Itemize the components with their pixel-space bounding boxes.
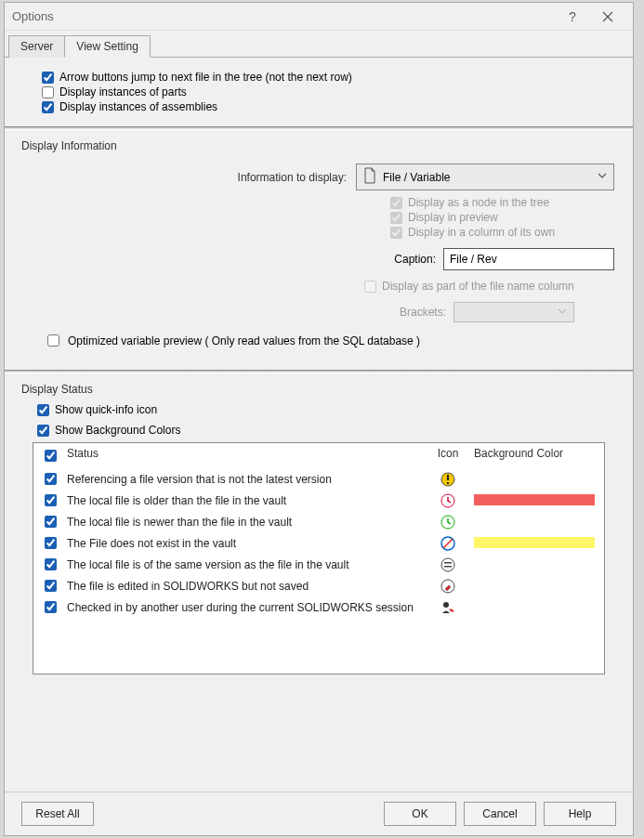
svg-point-6 — [441, 558, 454, 571]
display-parts-input[interactable] — [42, 86, 54, 98]
quick-info-label: Show quick-info icon — [55, 403, 157, 416]
chevron-down-icon — [557, 306, 568, 320]
caption-input[interactable] — [443, 248, 614, 270]
reset-all-button[interactable]: Reset All — [21, 802, 94, 826]
status-row: The file is edited in SOLIDWORKS but not… — [33, 575, 604, 596]
display-node-checkbox: Display as a node in the tree — [390, 196, 614, 209]
tab-view-setting[interactable]: View Setting — [64, 35, 151, 58]
display-filename-checkbox: Display as part of the file name column — [364, 280, 614, 293]
status-row-bg[interactable] — [468, 601, 598, 614]
status-row-icon — [427, 579, 468, 594]
status-row-checkbox[interactable] — [45, 580, 57, 592]
dialog-content: Arrow buttons jump to next file in the t… — [5, 58, 633, 792]
status-row-bg[interactable] — [468, 580, 598, 593]
arrow-jump-input[interactable] — [42, 72, 54, 84]
status-row: The local file is newer than the file in… — [33, 511, 604, 532]
brackets-label: Brackets: — [390, 306, 446, 319]
document-icon — [362, 167, 377, 187]
display-preview-checkbox: Display in preview — [390, 211, 614, 224]
bg-colors-checkbox[interactable]: Show Background Colors — [37, 424, 633, 437]
status-row-text: The local file is older than the file in… — [61, 494, 427, 507]
options-dialog: Options ? Server View Setting Arrow butt… — [4, 2, 634, 836]
status-row-text: Referencing a file version that is not t… — [61, 473, 427, 486]
status-row-bg[interactable] — [468, 494, 598, 507]
display-info-group-title: Display Information — [5, 130, 633, 158]
display-status-group-title: Display Status — [5, 373, 633, 401]
status-row-icon — [427, 472, 468, 487]
display-parts-checkbox[interactable]: Display instances of parts — [42, 85, 614, 98]
svg-rect-2 — [447, 482, 449, 484]
optimized-preview-input[interactable] — [47, 334, 59, 347]
status-row-bg[interactable] — [468, 558, 598, 571]
optimized-preview-label: Optimized variable preview ( Only read v… — [68, 334, 420, 347]
display-node-label: Display as a node in the tree — [408, 196, 549, 209]
button-bar: Reset All OK Cancel Help — [5, 792, 633, 835]
status-row-text: The local file is of the same version as… — [61, 558, 427, 571]
status-row-checkbox[interactable] — [45, 558, 57, 570]
info-to-display-label: Information to display: — [23, 171, 356, 184]
help-button[interactable]: Help — [544, 802, 616, 826]
status-select-all[interactable] — [45, 450, 57, 462]
arrow-jump-checkbox[interactable]: Arrow buttons jump to next file in the t… — [42, 71, 614, 84]
display-parts-label: Display instances of parts — [59, 85, 187, 98]
status-row-checkbox[interactable] — [45, 537, 57, 549]
help-icon[interactable]: ? — [555, 4, 590, 30]
top-options: Arrow buttons jump to next file in the t… — [5, 58, 633, 123]
status-row-icon — [427, 493, 468, 508]
display-column-input — [390, 227, 402, 239]
close-icon[interactable] — [590, 4, 625, 30]
status-row-bg[interactable] — [468, 473, 598, 486]
status-row-text: The local file is newer than the file in… — [61, 516, 427, 529]
caption-label: Caption: — [390, 253, 436, 266]
status-row-text: The File does not exist in the vault — [61, 537, 427, 550]
display-filename-label: Display as part of the file name column — [382, 280, 574, 293]
svg-rect-1 — [447, 475, 449, 480]
status-col-status: Status — [61, 447, 427, 465]
quick-info-checkbox[interactable]: Show quick-info icon — [37, 403, 633, 416]
display-filename-input — [364, 281, 376, 293]
display-asm-input[interactable] — [42, 101, 54, 113]
status-row: The File does not exist in the vault — [33, 532, 604, 554]
quick-info-input[interactable] — [37, 404, 49, 416]
status-table-header: Status Icon Background Color — [33, 443, 604, 468]
titlebar: Options ? — [5, 3, 633, 31]
optimized-preview-checkbox[interactable]: Optimized variable preview ( Only read v… — [44, 332, 614, 349]
info-to-display-dropdown[interactable]: File / Variable — [356, 164, 614, 190]
status-row-checkbox[interactable] — [45, 494, 57, 506]
status-col-icon: Icon — [427, 447, 468, 465]
display-asm-checkbox[interactable]: Display instances of assemblies — [42, 100, 614, 113]
info-to-display-value: File / Variable — [383, 171, 450, 184]
status-row-bg[interactable] — [468, 516, 598, 529]
status-row: The local file is older than the file in… — [33, 490, 604, 511]
arrow-jump-label: Arrow buttons jump to next file in the t… — [59, 71, 352, 84]
status-row-text: Checked in by another user during the cu… — [61, 601, 427, 614]
status-row-text: The file is edited in SOLIDWORKS but not… — [61, 580, 427, 593]
display-info-section: Information to display: File / Variable … — [5, 164, 633, 366]
svg-point-10 — [443, 602, 449, 608]
bg-colors-label: Show Background Colors — [55, 424, 180, 437]
status-row-checkbox[interactable] — [45, 601, 57, 613]
status-row: Checked in by another user during the cu… — [33, 596, 604, 618]
display-asm-label: Display instances of assemblies — [59, 100, 217, 113]
tab-bar: Server View Setting — [5, 31, 633, 58]
status-row-checkbox[interactable] — [45, 516, 57, 528]
ok-button[interactable]: OK — [384, 802, 456, 826]
brackets-dropdown — [453, 302, 574, 322]
svg-rect-7 — [444, 562, 452, 564]
display-column-label: Display in a column of its own — [408, 226, 555, 239]
status-row-bg[interactable] — [468, 537, 598, 550]
cancel-button[interactable]: Cancel — [464, 802, 536, 826]
window-title: Options — [12, 9, 555, 23]
bg-colors-input[interactable] — [37, 425, 49, 437]
display-preview-label: Display in preview — [408, 211, 498, 224]
display-column-checkbox: Display in a column of its own — [390, 226, 614, 239]
svg-rect-8 — [444, 566, 452, 568]
display-preview-input — [390, 212, 402, 224]
status-row-checkbox[interactable] — [45, 473, 57, 485]
tab-server[interactable]: Server — [8, 35, 65, 58]
status-row-icon — [427, 600, 468, 615]
status-row: The local file is of the same version as… — [33, 554, 604, 575]
status-table: Status Icon Background Color Referencing… — [33, 442, 605, 674]
status-row-icon — [427, 536, 468, 551]
status-row-icon — [427, 557, 468, 572]
